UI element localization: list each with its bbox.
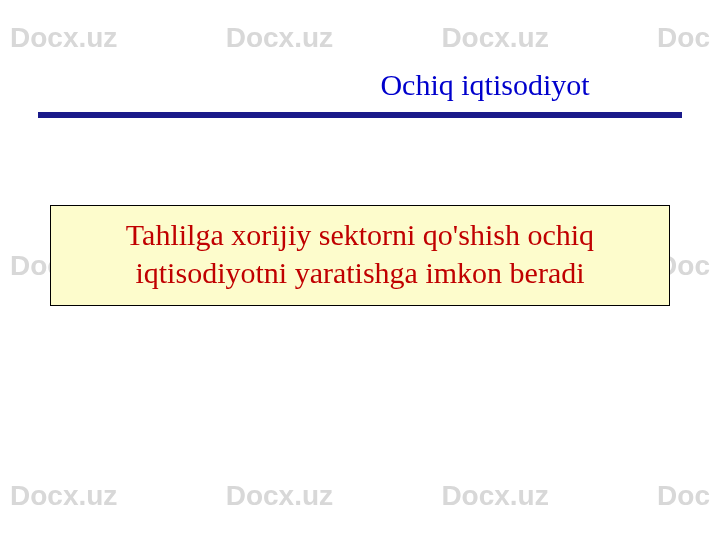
title-underline — [38, 112, 682, 118]
callout-text: Tahlilga xorijiy sektorni qo'shish ochiq… — [69, 216, 651, 293]
slide-content: Ochiq iqtisodiyot Tahlilga xorijiy sekto… — [0, 0, 720, 540]
callout-box: Tahlilga xorijiy sektorni qo'shish ochiq… — [50, 205, 670, 306]
slide-title: Ochiq iqtisodiyot — [0, 68, 720, 102]
